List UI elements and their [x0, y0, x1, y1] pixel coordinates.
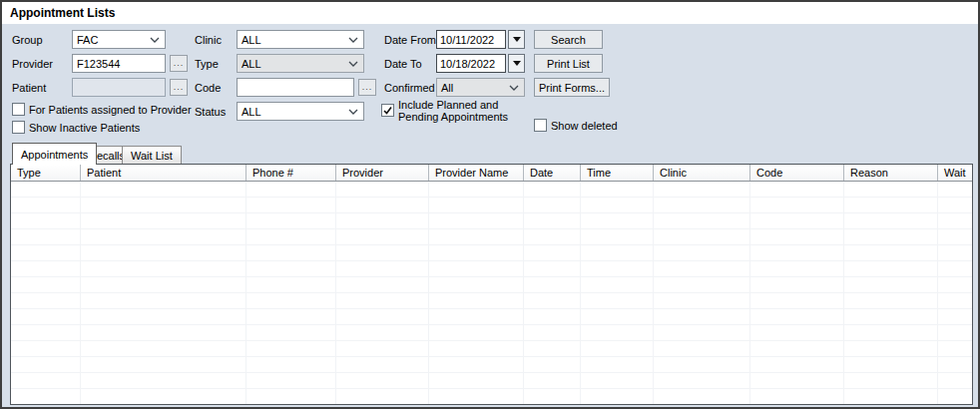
tab-appointments[interactable]: Appointments: [12, 143, 97, 165]
table-cell: [750, 389, 844, 404]
table-cell: [81, 341, 246, 356]
table-row[interactable]: [11, 229, 972, 245]
patient-input[interactable]: [72, 78, 166, 97]
table-row[interactable]: [11, 357, 972, 373]
print-list-button[interactable]: Print List: [534, 54, 603, 73]
table-row[interactable]: [11, 309, 972, 325]
table-cell: [750, 325, 844, 340]
date-from-dropdown-button[interactable]: [508, 30, 525, 49]
code-label: Code: [195, 78, 221, 97]
table-cell: [581, 198, 654, 212]
table-row[interactable]: [11, 293, 972, 309]
confirmed-combobox[interactable]: All: [436, 78, 525, 97]
type-label: Type: [195, 54, 219, 73]
table-cell: [581, 277, 654, 292]
table-cell: [938, 389, 972, 404]
table-cell: [11, 389, 81, 404]
table-cell: [81, 293, 246, 308]
table-row[interactable]: [11, 341, 972, 357]
provider-input[interactable]: F123544: [72, 54, 166, 73]
table-cell: [750, 182, 844, 197]
table-cell: [581, 325, 654, 340]
provider-browse-button[interactable]: ...: [170, 55, 188, 72]
clinic-combobox[interactable]: ALL: [237, 30, 364, 49]
table-row[interactable]: [11, 213, 972, 229]
table-cell: [336, 245, 429, 260]
table-cell: [581, 373, 654, 388]
date-from-input[interactable]: 10/11/2022: [436, 30, 506, 49]
column-header[interactable]: Phone #: [246, 165, 336, 181]
table-cell: [524, 182, 581, 197]
group-combobox[interactable]: FAC: [72, 30, 166, 49]
patient-label: Patient: [12, 78, 46, 97]
table-row[interactable]: [11, 261, 972, 277]
table-row[interactable]: [11, 277, 972, 293]
show-inactive-checkbox[interactable]: Show Inactive Patients: [12, 121, 140, 134]
column-header[interactable]: Wait: [938, 165, 972, 181]
clinic-value: ALL: [242, 34, 261, 46]
table-cell: [938, 245, 972, 260]
table-cell: [654, 261, 750, 276]
checkbox-box: [381, 104, 394, 117]
show-deleted-checkbox[interactable]: Show deleted: [534, 119, 618, 132]
table-cell: [581, 245, 654, 260]
column-header[interactable]: Time: [581, 165, 654, 181]
group-label: Group: [12, 30, 43, 49]
table-row[interactable]: [11, 373, 972, 389]
patient-browse-button[interactable]: ...: [170, 79, 188, 96]
include-planned-checkbox[interactable]: Include Planned and Pending Appointments: [381, 98, 508, 123]
table-cell: [654, 293, 750, 308]
code-input[interactable]: [237, 78, 354, 97]
table-cell: [11, 229, 81, 244]
table-cell: [11, 341, 81, 356]
table-cell: [246, 182, 336, 197]
table-cell: [81, 261, 246, 276]
column-header[interactable]: Patient: [81, 165, 246, 181]
table-cell: [654, 213, 750, 228]
table-cell: [11, 277, 81, 292]
table-cell: [938, 293, 972, 308]
table-cell: [336, 229, 429, 244]
table-cell: [938, 198, 972, 212]
table-cell: [844, 261, 938, 276]
column-header[interactable]: Clinic: [654, 165, 750, 181]
table-cell: [750, 198, 844, 212]
status-combobox[interactable]: ALL: [237, 102, 364, 121]
table-cell: [246, 373, 336, 388]
chevron-down-icon: [150, 37, 160, 43]
date-to-input[interactable]: 10/18/2022: [436, 54, 506, 73]
code-browse-button[interactable]: ...: [358, 79, 376, 96]
appointments-table: TypePatientPhone #ProviderProvider NameD…: [10, 164, 973, 405]
table-row[interactable]: [11, 198, 972, 213]
column-header[interactable]: Type: [11, 165, 81, 181]
table-cell: [844, 245, 938, 260]
table-cell: [750, 229, 844, 244]
column-header[interactable]: Code: [750, 165, 844, 181]
table-cell: [938, 261, 972, 276]
column-header[interactable]: Date: [524, 165, 581, 181]
table-row[interactable]: [11, 182, 972, 198]
table-cell: [246, 309, 336, 324]
search-button[interactable]: Search: [534, 30, 603, 49]
date-to-dropdown-button[interactable]: [508, 54, 525, 73]
table-cell: [581, 293, 654, 308]
table-cell: [654, 198, 750, 212]
table-row[interactable]: [11, 389, 972, 405]
table-cell: [81, 198, 246, 212]
table-cell: [654, 245, 750, 260]
for-patients-checkbox[interactable]: For Patients assigned to Provider: [12, 103, 192, 116]
table-cell: [938, 357, 972, 372]
checkbox-label-line2: Pending Appointments: [398, 111, 508, 123]
column-header[interactable]: Reason: [844, 165, 938, 181]
type-combobox[interactable]: ALL: [237, 54, 364, 73]
column-header[interactable]: Provider Name: [429, 165, 524, 181]
table-cell: [336, 293, 429, 308]
confirmed-value: All: [441, 82, 453, 94]
print-forms-button[interactable]: Print Forms...: [534, 78, 610, 97]
table-row[interactable]: [11, 245, 972, 261]
table-row[interactable]: [11, 325, 972, 341]
table-cell: [844, 389, 938, 404]
table-cell: [336, 373, 429, 388]
column-header[interactable]: Provider: [336, 165, 429, 181]
tab-wait-list[interactable]: Wait List: [122, 146, 182, 164]
